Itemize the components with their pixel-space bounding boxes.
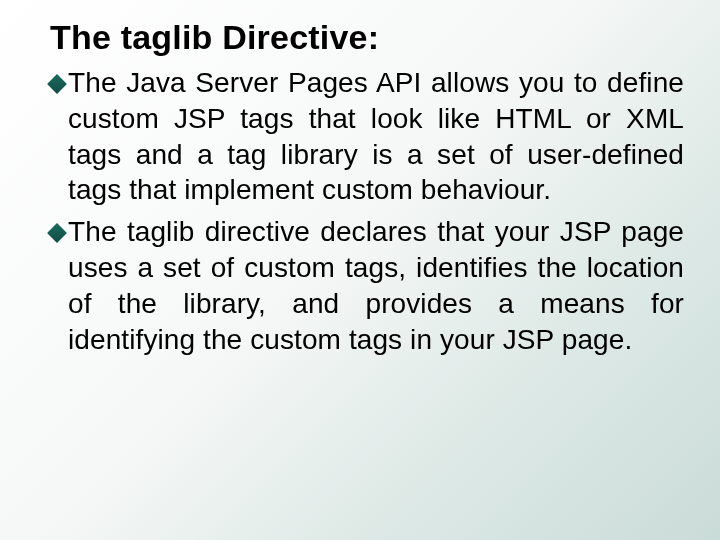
slide: The taglib Directive: The Java Server Pa… [0,0,720,540]
list-item-text: The Java Server Pages API allows you to … [68,65,684,208]
list-item-text: The taglib directive declares that your … [68,214,684,357]
diamond-bullet-icon [47,74,67,94]
list-item: The Java Server Pages API allows you to … [50,65,684,208]
list-item: The taglib directive declares that your … [50,214,684,357]
diamond-bullet-icon [47,223,67,243]
slide-title: The taglib Directive: [50,18,684,57]
bullet-list: The Java Server Pages API allows you to … [50,65,684,358]
